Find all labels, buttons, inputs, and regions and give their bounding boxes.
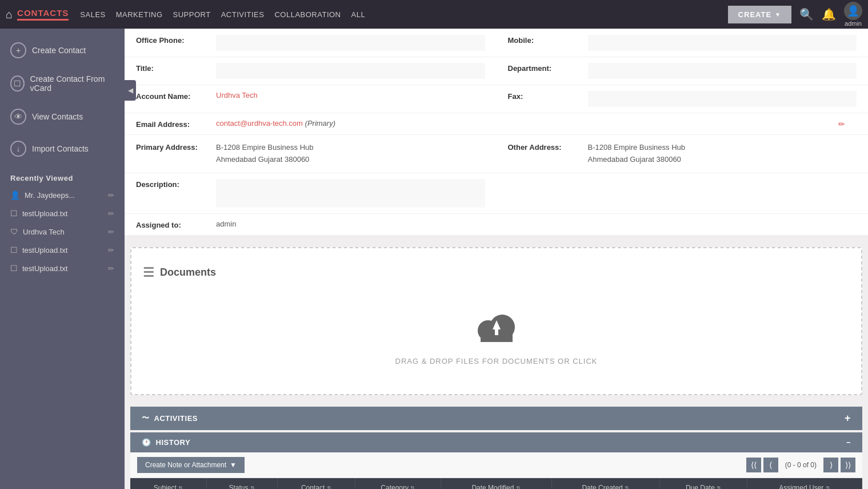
edit-icon[interactable]: ✏: [108, 191, 114, 200]
recent-item-label: Urdhva Tech: [23, 228, 103, 236]
edit-icon[interactable]: ✏: [108, 264, 114, 273]
sidebar-item-create-vcard[interactable]: ☐ Create Contact From vCard: [0, 66, 125, 101]
top-nav: ⌂ CONTACTS SALES MARKETING SUPPORT ACTIV…: [0, 0, 868, 29]
recent-item-2[interactable]: ☐ testUpload.txt ✏: [0, 204, 125, 222]
page-last-button[interactable]: ⟩⟩: [841, 458, 855, 472]
sidebar-item-view-contacts[interactable]: 👁 View Contacts: [0, 101, 125, 133]
title-label: Title:: [136, 63, 210, 73]
recent-item-label: Mr. Jaydeeps...: [25, 191, 103, 200]
history-pagination: ⟨⟨ ⟨ (0 - 0 of 0) ⟩ ⟩⟩: [746, 458, 855, 472]
person-icon: 👤: [10, 190, 20, 200]
bell-icon[interactable]: 🔔: [822, 7, 836, 21]
activities-bar[interactable]: 〜 ACTIVITIES +: [130, 407, 862, 430]
col-subject[interactable]: Subject ⇅: [130, 478, 206, 489]
primary-address-value: B-1208 Empire Business Hub Ahmedabad Guj…: [216, 142, 485, 166]
activities-wave-icon: 〜: [142, 413, 150, 423]
department-label: Department:: [508, 63, 582, 73]
email-label: Email Address:: [136, 119, 210, 129]
history-table: Subject ⇅ Status ⇅ Contact ⇅ Category ⇅ …: [130, 478, 862, 489]
doc-icon: ☐: [10, 245, 18, 255]
sidebar-item-label: Import Contacts: [32, 144, 89, 153]
recent-item-5[interactable]: ☐ testUpload.txt ✏: [0, 259, 125, 277]
col-category[interactable]: Category ⇅: [355, 478, 441, 489]
recent-item-label: testUpload.txt: [22, 209, 103, 218]
brand-label: CONTACTS: [17, 8, 69, 21]
user-label: admin: [845, 20, 862, 27]
documents-title: Documents: [160, 267, 216, 279]
doc-icon: ☐: [10, 209, 18, 218]
doc-icon: ☐: [10, 264, 18, 273]
recent-item-4[interactable]: ☐ testUpload.txt ✏: [0, 241, 125, 259]
sidebar-collapse-handle[interactable]: ◀: [125, 80, 136, 101]
page-next-button[interactable]: ⟩: [823, 458, 838, 472]
documents-section[interactable]: ☰ Documents DRAG & DROP FILES FOR DOCUME…: [130, 247, 862, 395]
nav-all[interactable]: ALL: [351, 2, 366, 27]
create-button[interactable]: CREATE ▼: [728, 6, 791, 23]
description-label: Description:: [136, 179, 210, 189]
email-edit-icon[interactable]: ✏: [827, 117, 857, 131]
documents-icon: ☰: [143, 265, 154, 280]
import-contacts-icon: ↓: [10, 141, 26, 157]
user-menu[interactable]: 👤 admin: [844, 2, 862, 27]
create-note-dropdown-arrow: ▼: [230, 461, 237, 469]
create-note-button[interactable]: Create Note or Attachment ▼: [137, 457, 245, 473]
col-status[interactable]: Status ⇅: [206, 478, 277, 489]
activities-add-icon[interactable]: +: [845, 412, 851, 424]
edit-icon[interactable]: ✏: [108, 209, 114, 218]
history-label: HISTORY: [156, 438, 191, 447]
sidebar-item-label: View Contacts: [32, 112, 83, 121]
col-contact[interactable]: Contact ⇅: [277, 478, 355, 489]
history-section: 🕐 HISTORY − Create Note or Attachment ▼ …: [130, 432, 862, 489]
account-name-value[interactable]: Urdhva Tech: [216, 91, 485, 100]
sidebar-item-import-contacts[interactable]: ↓ Import Contacts: [0, 133, 125, 165]
other-address-value: B-1208 Empire Business Hub Ahmedabad Guj…: [588, 142, 857, 166]
col-due-date[interactable]: Due Date ⇅: [659, 478, 747, 489]
nav-sales[interactable]: SALES: [80, 2, 105, 27]
col-date-modified[interactable]: Date Modified ⇅: [441, 478, 551, 489]
history-collapse-icon[interactable]: −: [846, 438, 851, 447]
create-vcard-icon: ☐: [10, 75, 25, 92]
page-first-button[interactable]: ⟨⟨: [746, 458, 761, 472]
recent-item-label: testUpload.txt: [22, 264, 103, 273]
recent-item-1[interactable]: 👤 Mr. Jaydeeps... ✏: [0, 186, 125, 204]
page-prev-button[interactable]: ⟨: [763, 458, 778, 472]
department-value: [588, 63, 857, 79]
other-address-line2: Ahmedabad Gujarat 380060: [588, 154, 857, 166]
upload-instruction: DRAG & DROP FILES FOR DOCUMENTS OR CLICK: [395, 357, 598, 365]
sort-icon: ⇅: [516, 485, 521, 489]
upload-area[interactable]: DRAG & DROP FILES FOR DOCUMENTS OR CLICK: [143, 297, 850, 377]
email-cell: Email Address: contact@urdhva-tech.com (…: [125, 113, 497, 135]
create-label: CREATE: [738, 10, 771, 19]
nav-activities[interactable]: ACTIVITIES: [221, 2, 265, 27]
assigned-to-cell: Assigned to: admin: [125, 214, 868, 236]
sort-icon: ⇅: [410, 485, 415, 489]
other-address-cell: Other Address: B-1208 Empire Business Hu…: [497, 135, 869, 173]
description-cell: Description:: [125, 173, 497, 214]
title-cell: Title:: [125, 57, 497, 85]
nav-support[interactable]: SUPPORT: [173, 2, 211, 27]
search-icon[interactable]: 🔍: [799, 7, 814, 21]
sidebar-item-create-contact[interactable]: + Create Contact: [0, 34, 125, 66]
col-assigned-user[interactable]: Assigned User ⇅: [747, 478, 862, 489]
nav-collaboration[interactable]: COLLABORATION: [274, 2, 341, 27]
sort-icon: ⇅: [826, 485, 830, 489]
assigned-to-label: Assigned to:: [136, 220, 210, 229]
history-column-row: Subject ⇅ Status ⇅ Contact ⇅ Category ⇅ …: [130, 478, 862, 489]
nav-marketing[interactable]: MARKETING: [116, 2, 163, 27]
edit-icon[interactable]: ✏: [108, 228, 114, 236]
edit-icon[interactable]: ✏: [108, 246, 114, 255]
fax-label: Fax:: [508, 91, 582, 101]
home-icon[interactable]: ⌂: [6, 8, 13, 21]
nav-links: SALES MARKETING SUPPORT ACTIVITIES COLLA…: [80, 2, 727, 27]
page-info: (0 - 0 of 0): [781, 461, 821, 469]
main-layout: ◀ + Create Contact ☐ Create Contact From…: [0, 29, 868, 489]
shield-icon: 🛡: [10, 227, 18, 236]
col-date-created[interactable]: Date Created ⇅: [551, 478, 659, 489]
sidebar-item-label: Create Contact From vCard: [30, 74, 114, 93]
recent-item-3[interactable]: 🛡 Urdhva Tech ✏: [0, 222, 125, 241]
activities-label: ACTIVITIES: [154, 414, 198, 423]
email-value[interactable]: contact@urdhva-tech.com (Primary): [216, 119, 485, 128]
primary-address-label: Primary Address:: [136, 142, 210, 152]
create-contact-icon: +: [10, 42, 26, 58]
recent-item-label: testUpload.txt: [22, 246, 103, 255]
